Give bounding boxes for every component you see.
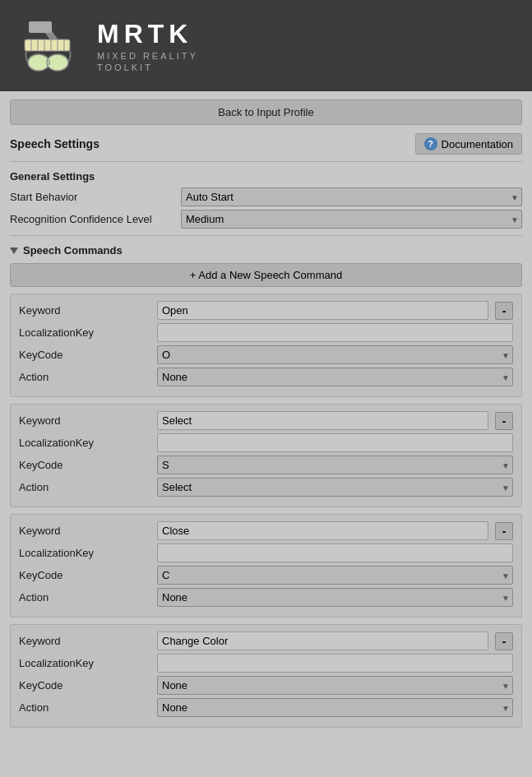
command-change-color-keycode-select[interactable]: None C <box>157 676 513 695</box>
command-select-keycode-wrapper: None S A ▼ <box>157 456 513 474</box>
brand-title: MRTK <box>97 19 198 49</box>
general-settings-title: General Settings <box>10 170 522 183</box>
command-select-action-select[interactable]: None Select <box>157 478 513 497</box>
start-behavior-select[interactable]: Auto Start Manual Start <box>181 187 522 206</box>
speech-commands-title: Speech Commands <box>23 244 123 257</box>
command-open-localization-row: LocalizationKey <box>19 323 513 342</box>
svg-point-9 <box>28 54 49 71</box>
command-change-color-keycode-row: KeyCode None C ▼ <box>19 676 513 695</box>
command-close-action-wrapper: None Select ▼ <box>157 588 513 607</box>
command-select-keyword-row: Keyword - <box>19 411 513 430</box>
command-select-keyword-label: Keyword <box>19 414 150 427</box>
command-close-localization-row: LocalizationKey <box>19 543 513 562</box>
command-change-color-remove-button[interactable]: - <box>495 632 513 650</box>
command-change-color-keyword-row: Keyword - <box>19 631 513 650</box>
command-change-color-action-label: Action <box>19 701 150 714</box>
command-open-action-wrapper: None Select ▼ <box>157 368 513 386</box>
command-open-keycode-label: KeyCode <box>19 349 150 361</box>
command-change-color-action-wrapper: None Select ▼ <box>157 698 513 717</box>
command-close-action-row: Action None Select ▼ <box>19 588 513 607</box>
back-to-input-profile-button[interactable]: Back to Input Profile <box>10 99 522 125</box>
command-open-keyword-row: Keyword - <box>19 301 513 320</box>
command-card-close: Keyword - LocalizationKey KeyCode None C… <box>10 514 522 617</box>
command-select-action-label: Action <box>19 481 150 493</box>
speech-commands-section: Speech Commands + Add a New Speech Comma… <box>10 244 522 728</box>
add-speech-command-button[interactable]: + Add a New Speech Command <box>10 263 522 287</box>
command-close-action-label: Action <box>19 591 150 604</box>
command-close-localization-input[interactable] <box>157 543 513 562</box>
command-open-keyword-label: Keyword <box>19 304 150 317</box>
command-close-localization-label: LocalizationKey <box>19 547 150 559</box>
command-change-color-keycode-wrapper: None C ▼ <box>157 676 513 695</box>
command-change-color-localization-input[interactable] <box>157 654 513 673</box>
command-select-action-wrapper: None Select ▼ <box>157 478 513 497</box>
command-card-select: Keyword - LocalizationKey KeyCode None S… <box>10 404 522 507</box>
command-open-action-label: Action <box>19 371 150 383</box>
command-open-localization-label: LocalizationKey <box>19 326 150 339</box>
command-select-keycode-row: KeyCode None S A ▼ <box>19 456 513 474</box>
divider-1 <box>10 161 522 162</box>
recognition-confidence-select[interactable]: Low Medium High <box>181 210 522 229</box>
command-open-action-row: Action None Select ▼ <box>19 368 513 386</box>
command-open-action-select[interactable]: None Select <box>157 368 513 386</box>
start-behavior-row: Start Behavior Auto Start Manual Start ▼ <box>10 187 522 206</box>
command-open-remove-button[interactable]: - <box>495 302 513 320</box>
command-select-keyword-input[interactable] <box>157 411 488 430</box>
command-change-color-localization-label: LocalizationKey <box>19 657 150 669</box>
brand-subtitle-1: MIXED REALITY <box>97 51 198 61</box>
command-select-keycode-select[interactable]: None S A <box>157 456 513 474</box>
command-change-color-localization-row: LocalizationKey <box>19 654 513 673</box>
command-close-keyword-label: Keyword <box>19 525 150 537</box>
header: MRTK MIXED REALITY TOOLKIT <box>0 0 532 91</box>
svg-point-10 <box>47 54 68 71</box>
command-select-keycode-label: KeyCode <box>19 459 150 471</box>
command-close-keyword-row: Keyword - <box>19 521 513 540</box>
command-open-keycode-wrapper: None O ABC ▼ <box>157 345 513 364</box>
command-select-action-row: Action None Select ▼ <box>19 478 513 497</box>
recognition-confidence-label: Recognition Confidence Level <box>10 213 174 225</box>
speech-settings-title: Speech Settings <box>10 137 99 150</box>
command-change-color-action-row: Action None Select ▼ <box>19 698 513 717</box>
command-select-localization-label: LocalizationKey <box>19 437 150 449</box>
divider-2 <box>10 235 522 236</box>
recognition-confidence-select-wrapper: Low Medium High ▼ <box>181 210 522 229</box>
info-icon: ? <box>424 137 437 150</box>
svg-rect-1 <box>29 21 52 33</box>
command-card-change-color: Keyword - LocalizationKey KeyCode None C… <box>10 624 522 728</box>
command-close-action-select[interactable]: None Select <box>157 588 513 607</box>
collapse-triangle-icon[interactable] <box>10 247 18 254</box>
command-close-keyword-input[interactable] <box>157 521 488 540</box>
command-change-color-keyword-input[interactable] <box>157 631 488 650</box>
brand-subtitle-2: TOOLKIT <box>97 62 198 72</box>
command-change-color-keyword-label: Keyword <box>19 635 150 647</box>
command-select-localization-input[interactable] <box>157 433 513 452</box>
command-close-keycode-label: KeyCode <box>19 569 150 581</box>
documentation-button[interactable]: ? Documentation <box>415 133 522 155</box>
command-select-localization-row: LocalizationKey <box>19 433 513 452</box>
speech-commands-header: Speech Commands <box>10 244 522 257</box>
command-select-remove-button[interactable]: - <box>495 412 513 430</box>
command-close-remove-button[interactable]: - <box>495 522 513 540</box>
mrtk-logo-icon <box>16 15 82 76</box>
command-open-keyword-input[interactable] <box>157 301 488 320</box>
start-behavior-label: Start Behavior <box>10 191 174 203</box>
command-open-keycode-select[interactable]: None O ABC <box>157 345 513 364</box>
command-open-localization-input[interactable] <box>157 323 513 342</box>
command-close-keycode-row: KeyCode None C ▼ <box>19 566 513 585</box>
recognition-confidence-row: Recognition Confidence Level Low Medium … <box>10 210 522 229</box>
command-close-keycode-wrapper: None C ▼ <box>157 566 513 585</box>
speech-settings-header: Speech Settings ? Documentation <box>10 133 522 155</box>
command-open-keycode-row: KeyCode None O ABC ▼ <box>19 345 513 364</box>
command-card-open: Keyword - LocalizationKey KeyCode None O… <box>10 294 522 397</box>
main-content: Back to Input Profile Speech Settings ? … <box>0 91 532 742</box>
command-change-color-action-select[interactable]: None Select <box>157 698 513 717</box>
start-behavior-select-wrapper: Auto Start Manual Start ▼ <box>181 187 522 206</box>
documentation-label: Documentation <box>442 138 513 150</box>
command-close-keycode-select[interactable]: None C <box>157 566 513 585</box>
brand-text: MRTK MIXED REALITY TOOLKIT <box>97 19 198 72</box>
command-change-color-keycode-label: KeyCode <box>19 679 150 691</box>
